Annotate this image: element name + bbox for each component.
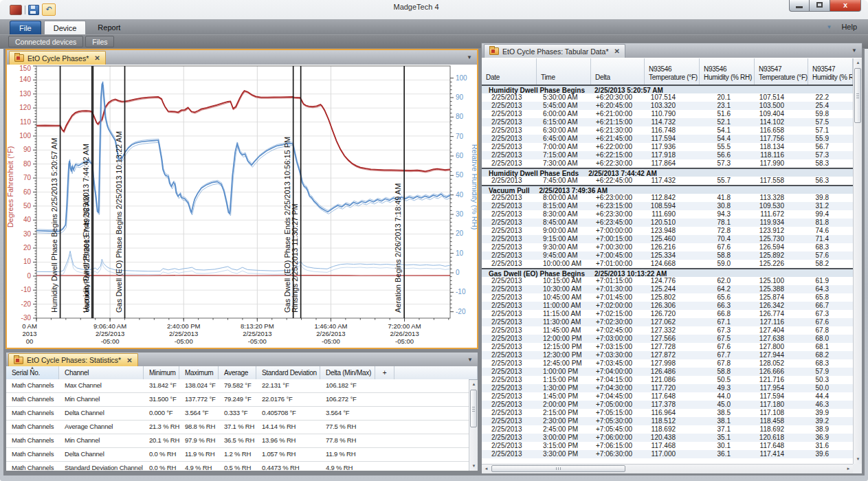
table-row[interactable]: 2/25/20133:15:00 PM+7:06:15:00117.46830.… (482, 442, 853, 450)
table-row[interactable]: 2/25/201311:00:00 AM+7:02:00:00126.30666… (482, 302, 853, 310)
close-tab-icon[interactable]: ✕ (614, 47, 619, 55)
table-row[interactable]: 2/25/201312:45:00 PM+7:03:45:00127.99867… (482, 359, 853, 368)
minimize-button[interactable] (789, 0, 810, 12)
column-header[interactable]: N93547Humidity (% RH) (808, 58, 853, 85)
scrollbar-thumb[interactable] (470, 390, 477, 427)
table-row[interactable]: 2/25/20139:15:00 AM+7:00:15:00125.46070.… (482, 235, 853, 243)
chevron-down-icon[interactable]: ▼ (826, 24, 832, 30)
tab-device[interactable]: Device (44, 21, 87, 34)
table-row[interactable]: 2/25/20133:00:00 PM+7:06:00:00120.43835.… (482, 434, 853, 442)
column-header[interactable]: Delta (591, 58, 645, 85)
scrollbar-thumb[interactable] (491, 465, 625, 472)
table-row[interactable]: 2/25/20132:00:00 PM+7:05:00:00117.37845.… (482, 401, 853, 409)
column-header[interactable]: Time (537, 58, 591, 85)
statistics-vertical-scrollbar[interactable]: ▲ ▼ (469, 380, 478, 471)
table-row[interactable]: 2/25/201310:30:00 AM+7:01:30:00125.24464… (482, 285, 853, 293)
table-row[interactable]: 2/25/20131:45:00 PM+7:04:45:00117.64844.… (482, 392, 853, 401)
cell: 56.6 (700, 151, 755, 159)
svg-text:0 AM201300: 0 AM201300 (22, 322, 37, 345)
table-row[interactable]: 2/25/20137:45:00 AM+6:22:45:00117.43255.… (482, 177, 853, 185)
table-row[interactable]: 2/25/201312:00:00 PM+7:03:00:00127.56667… (482, 335, 853, 343)
table-row[interactable]: 2/25/20139:45:00 AM+7:00:45:00125.33458.… (482, 251, 853, 260)
column-header[interactable]: Serial No.▲ (6, 366, 59, 379)
table-row[interactable]: 2/25/201311:15:00 AM+7:02:15:00126.72066… (482, 310, 853, 318)
table-row[interactable]: 2/25/20136:30:00 AM+6:21:30:00116.74854.… (482, 126, 853, 135)
table-row[interactable]: 2/25/20136:15:00 AM+6:21:15:00114.73252.… (482, 118, 853, 126)
scroll-right-icon[interactable]: ► (844, 465, 853, 473)
table-row[interactable]: 2/25/201311:45:00 AM+7:02:45:00127.33267… (482, 326, 853, 335)
tab-list-dropdown-icon[interactable]: ▼ (467, 357, 473, 363)
connected-devices-button[interactable]: Connected devices (8, 36, 83, 47)
column-header[interactable]: Average (219, 366, 256, 379)
scroll-up-icon[interactable]: ▲ (469, 380, 478, 389)
scroll-down-icon[interactable]: ▼ (469, 462, 478, 471)
tabular-vertical-scrollbar[interactable]: ▲ ▼ (853, 58, 862, 464)
table-row[interactable]: 2/25/20138:45:00 AM+6:23:45:00120.51078.… (482, 219, 853, 227)
help-button[interactable]: Help (841, 23, 857, 31)
table-row[interactable]: 2/25/20135:30:00 AM+6:20:30:00107.51420.… (482, 93, 853, 102)
tab-list-dropdown-icon[interactable]: ▼ (467, 54, 472, 60)
column-header[interactable]: + (375, 366, 394, 379)
table-row[interactable]: 2/25/20137:15:00 AM+6:22:15:00117.91856.… (482, 151, 853, 159)
close-tab-icon[interactable]: ✕ (126, 357, 132, 364)
table-row[interactable]: 2/25/20138:00:00 AM+6:23:00:00112.84241.… (482, 194, 853, 202)
table-row[interactable]: 2/25/201312:15:00 PM+7:03:15:00127.72867… (482, 343, 853, 351)
table-row[interactable]: 2/25/20133:30:00 PM+7:06:30:00117.00036.… (482, 450, 853, 458)
tab-list-dropdown-icon[interactable]: ▼ (852, 47, 857, 54)
table-row[interactable]: 2/25/20137:30:00 AM+6:22:30:00117.86457.… (482, 159, 853, 168)
column-header[interactable]: Minimum (144, 366, 179, 379)
maximize-button[interactable] (810, 0, 830, 12)
scroll-left-icon[interactable]: ◄ (482, 465, 491, 473)
column-header[interactable]: Maximum (179, 366, 219, 379)
statistics-row[interactable]: Math ChannelsDelta Channel0.0 % RH11.9 %… (6, 448, 469, 462)
column-header[interactable]: Channel (59, 366, 144, 379)
tab-report[interactable]: Report (89, 21, 129, 34)
tab-file[interactable]: File (10, 21, 41, 34)
table-row[interactable]: 2/25/20132:45:00 PM+7:05:45:00118.69237.… (482, 425, 853, 434)
column-header[interactable]: N93546Humidity (% RH) (700, 58, 755, 85)
cell: 59.8 (808, 110, 853, 118)
table-row[interactable]: 2/25/20132:30:00 PM+7:05:30:00118.51238.… (482, 417, 853, 425)
table-row[interactable]: 2/25/20138:30:00 AM+6:23:30:00111.69094.… (482, 210, 853, 219)
chart-tab[interactable]: EtO Cycle Phases* ✕ (9, 51, 106, 65)
statistics-row[interactable]: Math ChannelsMin Channel31.500 °F137.772… (6, 393, 469, 407)
column-header[interactable]: N93546Temperature (°F) (645, 58, 700, 85)
table-row[interactable]: 2/25/20132:15:00 PM+7:05:15:00116.96438.… (482, 409, 853, 417)
scroll-up-icon[interactable]: ▲ (854, 58, 863, 67)
cell: 44.4 (808, 392, 853, 401)
table-row[interactable]: 2/25/20131:15:00 PM+7:04:15:00121.08650.… (482, 376, 853, 384)
close-tab-icon[interactable]: ✕ (94, 54, 100, 62)
table-row[interactable]: 2/25/20136:45:00 AM+6:21:45:00117.59454.… (482, 135, 853, 143)
cell: 2/25/2013 (482, 293, 537, 302)
tabular-data-tab[interactable]: EtO Cycle Phases: Tabular Data* ✕ (484, 44, 625, 58)
files-button[interactable]: Files (85, 36, 114, 47)
scroll-down-icon[interactable]: ▼ (854, 455, 863, 464)
statistics-row[interactable]: Math ChannelsAverage Channel21.3 % RH98.… (6, 421, 469, 434)
table-row[interactable]: 2/25/20131:00:00 PM+7:04:00:00126.48658.… (482, 368, 853, 376)
table-row[interactable]: 2/25/20135:45:00 AM+6:20:45:00103.32023.… (482, 102, 853, 110)
table-row[interactable]: 2/25/20139:00:00 AM+7:00:00:00123.94872.… (482, 227, 853, 235)
statistics-tab[interactable]: EtO Cycle Phases: Statistics* ✕ (8, 353, 138, 366)
table-row[interactable]: 2/25/20131:30:00 PM+7:04:30:00117.72049.… (482, 384, 853, 392)
table-row[interactable]: 2/25/20139:30:00 AM+7:00:30:00126.21667.… (482, 243, 853, 251)
scrollbar-thumb[interactable] (854, 68, 861, 123)
statistics-row[interactable]: Math ChannelsMax Channel31.842 °F138.024… (6, 379, 469, 393)
table-row[interactable]: 2/25/20136:00:00 AM+6:21:00:00110.79051.… (482, 110, 853, 118)
column-header[interactable]: Date (482, 58, 537, 85)
cell: 0.333 °F (219, 407, 256, 420)
table-row[interactable]: 2/25/201312:30:00 PM+7:03:30:00127.87267… (482, 351, 853, 359)
table-row[interactable]: 2/25/201310:00:00 AM+7:01:00:00124.66859… (482, 260, 853, 268)
statistics-row[interactable]: Math ChannelsStandard Deviation Channel0… (6, 462, 469, 471)
table-row[interactable]: 2/25/201311:30:00 AM+7:02:30:00127.06267… (482, 318, 853, 326)
table-row[interactable]: 2/25/201310:15:00 AM+7:01:15:00124.77662… (482, 277, 853, 285)
statistics-row[interactable]: Math ChannelsDelta Channel0.000 °F3.564 … (6, 407, 469, 421)
column-header[interactable]: Delta (Min/Max) (320, 366, 375, 379)
table-row[interactable]: 2/25/20138:15:00 AM+6:23:15:00108.59430.… (482, 202, 853, 210)
column-header[interactable]: Standard Deviation (256, 366, 320, 379)
statistics-row[interactable]: Math ChannelsMin Channel20.1 % RH97.9 % … (6, 434, 469, 448)
table-row[interactable]: 2/25/20137:00:00 AM+6:22:00:00117.93655.… (482, 143, 853, 151)
tabular-horizontal-scrollbar[interactable]: ◄ ► (482, 464, 853, 473)
close-button[interactable]: x (830, 0, 861, 12)
table-row[interactable]: 2/25/201310:45:00 AM+7:01:45:00125.80265… (482, 293, 853, 302)
column-header[interactable]: N93547Temperature (°F) (755, 58, 808, 85)
